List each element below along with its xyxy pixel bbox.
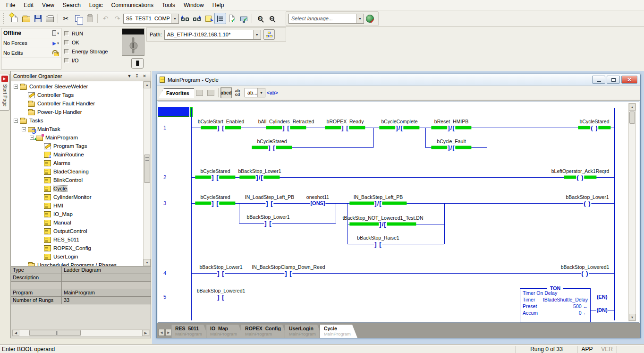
verify-routine-button[interactable]: ✓	[226, 13, 238, 24]
collapse-icon[interactable]	[30, 136, 34, 140]
routine-tab-res-5011[interactable]: RES_5011MainProgram	[171, 325, 209, 338]
collapse-icon[interactable]	[14, 119, 18, 123]
language-combo[interactable]: Select language... ▼	[288, 14, 364, 24]
chevron-down-icon[interactable]: ▾	[57, 41, 59, 45]
tree-item-outputcontrol[interactable]: OutputControl	[11, 227, 143, 235]
tag-display-combo[interactable]: ab... ▼	[245, 88, 265, 97]
tree-item-maintask[interactable]: MainTask	[11, 125, 143, 133]
rung-number[interactable]: 1	[163, 125, 166, 130]
rung-number[interactable]: 2	[163, 174, 166, 180]
language-config-button[interactable]	[364, 13, 376, 24]
start-page-tab[interactable]: Start Page	[0, 74, 10, 111]
chevron-down-icon[interactable]: ▾	[57, 31, 59, 35]
assemble-edits-button[interactable]	[194, 87, 205, 98]
routine-tab-ropex-config[interactable]: ROPEX_ConfigMainProgram	[241, 325, 288, 338]
scroll-right-icon[interactable]: ▶	[142, 330, 149, 336]
chevron-down-icon[interactable]: ▼	[253, 30, 261, 39]
print-button[interactable]	[44, 13, 56, 24]
who-active-button[interactable]	[263, 29, 275, 40]
show-tag-brackets-button[interactable]: <ab>	[267, 87, 278, 98]
menu-logic[interactable]: Logic	[85, 1, 107, 9]
redo-button[interactable]: ↷	[111, 13, 123, 24]
menu-tools[interactable]: Tools	[158, 1, 179, 9]
forces-row[interactable]: No Forces ▶▾	[1, 38, 61, 48]
routine-tab-io-map[interactable]: IO_MapMainProgram	[206, 325, 244, 338]
chevron-down-icon[interactable]: ▼	[257, 88, 265, 97]
tree-item-bladecleaning[interactable]: BladeCleaning	[11, 167, 143, 176]
tree-item-io-map[interactable]: IO_Map	[11, 210, 143, 218]
menu-help[interactable]: Help	[208, 1, 229, 9]
menu-search[interactable]: Search	[59, 1, 85, 9]
show-tag-wrap-button[interactable]: abcd	[232, 87, 243, 98]
organizer-pin-button[interactable]: ↧	[133, 73, 141, 80]
cut-button[interactable]: ✂	[60, 13, 72, 24]
tree-vertical-scrollbar[interactable]: ▲ ▼	[143, 81, 151, 266]
tree-item-unscheduled-programs-phases[interactable]: Unscheduled Programs / Phases	[11, 261, 143, 267]
menu-window[interactable]: Window	[179, 1, 208, 9]
menu-edit[interactable]: Edit	[19, 1, 38, 9]
tree-item-userlogin[interactable]: UserLogin	[11, 252, 143, 261]
routine-window-title-bar[interactable]: MainProgram - Cycle ✕	[157, 74, 640, 86]
collapse-icon[interactable]	[14, 85, 18, 89]
tree-item-program-tags[interactable]: Program Tags	[11, 142, 143, 150]
tree-scrollbar-thumb[interactable]	[144, 155, 150, 183]
tree-item-controller-sleevewelder[interactable]: Controller SleeveWelder	[11, 82, 143, 91]
tree-item-controller-fault-handler[interactable]: Controller Fault Handler	[11, 99, 143, 108]
minimize-button[interactable]	[592, 76, 605, 84]
tree-item-mainroutine[interactable]: MainRoutine	[11, 150, 143, 159]
controller-status-toggle-button[interactable]	[131, 58, 144, 69]
tab-scroll-left-icon[interactable]: ◀	[158, 329, 165, 336]
tree-item-res-5011[interactable]: RES_5011	[11, 235, 143, 244]
routine-tab-cycle[interactable]: CycleMainProgram	[320, 325, 357, 338]
zoom-in-button[interactable]: +	[254, 13, 266, 24]
rung-number[interactable]: 3	[163, 200, 166, 206]
scroll-left-icon[interactable]: ◀	[12, 330, 19, 336]
instruction-tab-favorites[interactable]: Favorites	[159, 88, 194, 98]
search-previous-button[interactable]	[179, 13, 191, 24]
toggle-organizer-button[interactable]	[214, 13, 226, 24]
new-file-button[interactable]	[8, 13, 20, 24]
project-combo[interactable]: S5_TEST1_COMP ▼	[123, 14, 179, 24]
show-tag-names-button[interactable]: abcd	[220, 87, 232, 98]
open-file-button[interactable]	[20, 13, 32, 24]
copy-button[interactable]	[72, 13, 84, 24]
scroll-up-icon[interactable]: ▲	[144, 81, 151, 88]
chevron-down-icon[interactable]: ▼	[356, 14, 364, 23]
tree-item-hmi[interactable]: HMI	[11, 201, 143, 210]
verify-controller-button[interactable]: ✓	[238, 13, 250, 24]
chevron-down-icon[interactable]: ▼	[171, 14, 178, 23]
path-combo[interactable]: AB_ETHIP-1\192.168.1.10* ▼	[164, 30, 261, 40]
rung-number[interactable]: 4	[163, 270, 166, 276]
controller-mode-row[interactable]: Offline ▾	[1, 28, 61, 38]
menu-file[interactable]: File	[2, 1, 19, 9]
scroll-up-icon[interactable]: ▲	[629, 103, 636, 111]
tree-item-controller-tags[interactable]: Controller Tags	[11, 91, 143, 99]
tree-item-ropex-config[interactable]: ROPEX_Config	[11, 244, 143, 252]
tree-item-blinkcontrol[interactable]: BlinkControl	[11, 176, 143, 184]
scroll-down-icon[interactable]: ▼	[144, 259, 151, 266]
routine-tab-userlogin[interactable]: UserLoginMainProgram	[285, 325, 322, 338]
test-edits-button[interactable]	[205, 87, 216, 98]
ladder-ton-block[interactable]: TONTimer On DelayTimertBladeShuttle_Dela…	[520, 288, 591, 322]
tab-scroll-right-icon[interactable]: ▶	[165, 329, 172, 336]
search-next-button[interactable]	[191, 13, 203, 24]
tree-item-alarms[interactable]: Alarms	[11, 159, 143, 167]
tree-item-mainprogram[interactable]: MainProgram	[11, 133, 143, 142]
organizer-horizontal-scrollbar[interactable]: ◀ ▶	[12, 329, 150, 336]
editor-scrollbar-thumb[interactable]	[629, 112, 635, 124]
paste-button[interactable]	[84, 13, 95, 24]
organizer-menu-button[interactable]: ▼	[126, 73, 133, 80]
tree-item-power-up-handler[interactable]: Power-Up Handler	[11, 108, 143, 116]
rung-number[interactable]: 5	[163, 294, 166, 300]
menu-view[interactable]: View	[38, 1, 59, 9]
zoom-out-button[interactable]: −	[266, 13, 278, 24]
tree-item-cylindermonitor[interactable]: CylinderMonitor	[11, 193, 143, 201]
menu-communications[interactable]: Communications	[107, 1, 158, 9]
goto-button[interactable]	[203, 13, 214, 24]
tree-item-manual[interactable]: Manual	[11, 218, 143, 227]
scrollbar-thumb[interactable]	[29, 330, 81, 336]
collapse-icon[interactable]	[22, 127, 26, 131]
undo-button[interactable]: ↶	[100, 13, 111, 24]
edits-row[interactable]: No Edits	[1, 48, 61, 58]
editor-vertical-scrollbar[interactable]: ▲ ▼	[628, 103, 636, 321]
